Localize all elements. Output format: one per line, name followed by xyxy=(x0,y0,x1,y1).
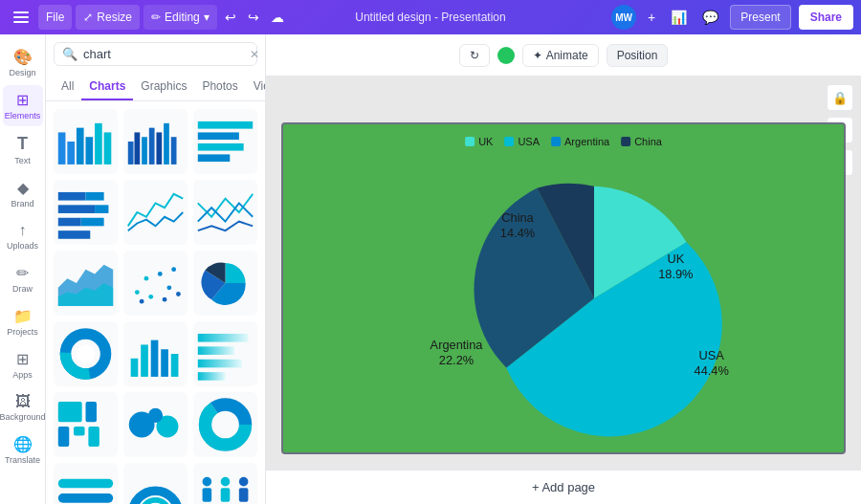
gallery-item-line-chart[interactable] xyxy=(123,180,188,245)
svg-rect-13 xyxy=(198,121,253,129)
gallery-item-bar-vert[interactable] xyxy=(123,321,188,386)
gallery-item-pie-chart[interactable] xyxy=(193,251,257,316)
tab-videos[interactable]: Videos xyxy=(246,74,265,100)
svg-rect-17 xyxy=(58,192,86,201)
position-button[interactable]: Position xyxy=(607,44,669,67)
apps-icon: ⊞ xyxy=(16,350,29,368)
design-canvas[interactable]: UK USA Argentina China xyxy=(281,122,846,454)
present-button[interactable]: Present xyxy=(730,5,790,30)
svg-rect-59 xyxy=(58,479,113,489)
search-clear-icon[interactable]: ✕ xyxy=(250,48,259,61)
sidebar-item-brand[interactable]: ◆ Brand xyxy=(3,173,43,214)
editing-button[interactable]: ✏ Editing ▾ xyxy=(144,5,217,30)
gallery-item-ring-chart[interactable] xyxy=(193,392,257,457)
lock-icon-button[interactable]: 🔒 xyxy=(827,84,853,111)
undo-button[interactable]: ↩ xyxy=(221,8,240,27)
plus-collaborator-button[interactable]: + xyxy=(644,8,659,27)
china-value: 14.4% xyxy=(500,226,535,240)
color-picker-dot[interactable] xyxy=(497,47,515,64)
search-input[interactable] xyxy=(83,47,244,61)
svg-rect-15 xyxy=(198,143,244,151)
sidebar-item-design[interactable]: 🎨 Design xyxy=(3,42,43,83)
gallery-item-bar-horizontal[interactable] xyxy=(193,109,257,174)
svg-rect-42 xyxy=(161,349,168,377)
svg-rect-8 xyxy=(142,137,147,164)
comments-button[interactable]: 💬 xyxy=(698,8,722,27)
svg-rect-23 xyxy=(58,230,91,239)
legend-label-china: China xyxy=(634,136,662,147)
gallery-item-area-chart[interactable] xyxy=(54,251,118,316)
svg-rect-5 xyxy=(104,132,112,164)
sidebar-item-uploads[interactable]: ↑ Uploads xyxy=(3,216,43,256)
cloud-save-button[interactable]: ☁ xyxy=(267,8,288,27)
redo-button[interactable]: ↪ xyxy=(244,8,263,27)
svg-rect-65 xyxy=(221,488,231,501)
gallery-item-scatter-chart[interactable] xyxy=(123,251,188,316)
legend-argentina: Argentina xyxy=(551,136,609,147)
resize-button[interactable]: ⤢ Resize xyxy=(76,5,140,30)
share-button[interactable]: Share xyxy=(799,5,853,30)
tab-all[interactable]: All xyxy=(54,74,81,100)
svg-point-66 xyxy=(239,477,249,487)
resize-icon: ⤢ xyxy=(83,11,93,24)
animate-label: Animate xyxy=(546,49,588,62)
sidebar-item-background[interactable]: 🖼 Background xyxy=(3,387,43,427)
svg-point-33 xyxy=(163,297,167,302)
gallery-item-hbar-gradient[interactable] xyxy=(193,321,257,386)
draw-icon: ✏ xyxy=(16,264,29,282)
gallery-item-arch-chart[interactable] xyxy=(123,463,188,504)
tab-photos[interactable]: Photos xyxy=(194,74,245,100)
sidebar-item-elements[interactable]: ⊞ Elements xyxy=(3,85,43,126)
gallery-item-donut-chart[interactable] xyxy=(54,321,118,386)
sidebar-item-uploads-label: Uploads xyxy=(7,241,38,251)
svg-rect-19 xyxy=(58,205,95,213)
gallery-item-pill-chart[interactable] xyxy=(54,463,118,504)
gallery-item-bubble-chart[interactable] xyxy=(123,392,188,457)
gallery-item-multi-line[interactable] xyxy=(193,180,257,245)
legend-label-usa: USA xyxy=(518,136,540,147)
gallery-item-window-chart[interactable] xyxy=(54,392,118,457)
sidebar-item-apps-label: Apps xyxy=(12,370,33,380)
left-sidebar: 🎨 Design ⊞ Elements T Text ◆ Brand ↑ Upl… xyxy=(0,34,46,504)
sidebar-item-projects[interactable]: 📁 Projects xyxy=(3,301,43,342)
usa-label: USA xyxy=(699,348,725,362)
analytics-icon-button[interactable]: 📊 xyxy=(667,8,691,27)
sidebar-item-draw[interactable]: ✏ Draw xyxy=(3,258,43,299)
file-menu[interactable]: File xyxy=(38,5,72,30)
svg-rect-51 xyxy=(74,427,84,436)
svg-rect-6 xyxy=(128,142,134,164)
main-layout: 🎨 Design ⊞ Elements T Text ◆ Brand ↑ Upl… xyxy=(0,34,861,504)
toolbar-right: MW + 📊 💬 Present Share xyxy=(611,5,853,30)
svg-rect-0 xyxy=(58,132,66,164)
legend-dot-usa xyxy=(504,137,514,146)
gallery-item-people-chart[interactable] xyxy=(193,463,257,504)
refresh-button[interactable]: ↻ xyxy=(459,44,490,67)
svg-rect-48 xyxy=(58,402,82,422)
svg-rect-60 xyxy=(58,493,113,503)
gallery-item-bar-clustered[interactable] xyxy=(123,109,188,174)
tab-charts[interactable]: Charts xyxy=(81,74,133,100)
sidebar-item-translate[interactable]: 🌐 Translate xyxy=(3,429,43,471)
sidebar-item-text[interactable]: T Text xyxy=(3,128,43,171)
pencil-icon: ✏ xyxy=(151,11,161,24)
add-page-label: + Add page xyxy=(532,480,595,494)
legend-dot-argentina xyxy=(551,137,561,146)
add-page-button[interactable]: + Add page xyxy=(532,480,595,494)
svg-point-32 xyxy=(140,299,144,304)
svg-rect-49 xyxy=(86,402,97,422)
svg-point-34 xyxy=(176,292,181,296)
animate-button[interactable]: ✦ Animate xyxy=(522,44,599,67)
svg-rect-20 xyxy=(95,205,108,213)
svg-rect-47 xyxy=(198,372,226,381)
svg-point-26 xyxy=(135,290,140,295)
gallery-item-bar-grouped[interactable] xyxy=(54,109,118,174)
svg-rect-14 xyxy=(198,132,239,140)
tab-graphics[interactable]: Graphics xyxy=(133,74,194,100)
user-avatar[interactable]: MW xyxy=(611,5,636,30)
gallery-item-hbar-stacked[interactable] xyxy=(54,180,118,245)
svg-rect-43 xyxy=(171,354,179,377)
canvas-area: ↻ ✦ Animate Position 🔒 ⧉ ↗ xyxy=(266,34,861,504)
menu-icon[interactable] xyxy=(8,4,34,31)
sidebar-item-apps[interactable]: ⊞ Apps xyxy=(3,344,43,385)
svg-rect-1 xyxy=(67,142,75,164)
